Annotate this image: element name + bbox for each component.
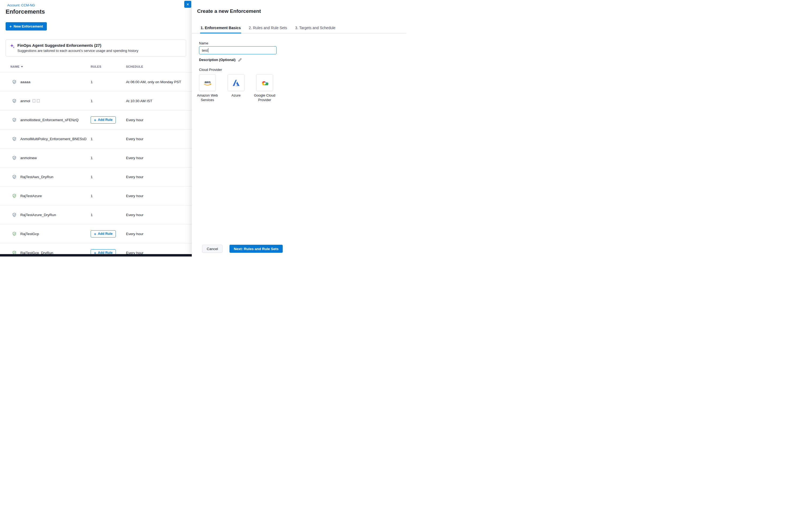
column-header-rules: Rules bbox=[91, 65, 126, 68]
enforcement-basics-form: Name test Description (Optional) Cloud P… bbox=[192, 41, 406, 102]
add-rule-button[interactable]: + Add Rule bbox=[91, 116, 116, 123]
shield-check-icon bbox=[12, 232, 20, 236]
shield-check-icon bbox=[12, 156, 20, 160]
cloud-provider-name: Amazon Web Services bbox=[194, 93, 221, 102]
enforcement-name: RajTestAws_DryRun bbox=[20, 175, 54, 179]
enforcement-name: anmolnew bbox=[20, 156, 37, 160]
table-row[interactable]: RajTestAzure_DryRun 1 Every hour bbox=[0, 205, 199, 224]
enforcements-page: Account: CCM-NG Enforcements + New Enfor… bbox=[0, 0, 203, 256]
table-row[interactable]: RajTestGcp + Add Rule Every hour bbox=[0, 224, 199, 244]
cloud-provider-label: Cloud Provider bbox=[199, 68, 406, 72]
svg-text:aws: aws bbox=[204, 80, 210, 84]
enforcement-name: aaaaa bbox=[20, 80, 30, 84]
name-input-value: test bbox=[202, 49, 208, 52]
schedule-text: At 10:30 AM IST bbox=[126, 99, 199, 103]
wizard-tab[interactable]: 3. Targets and Schedule bbox=[294, 21, 336, 33]
table-row[interactable]: anmollisttest_Enforcement_sFENzQ + Add R… bbox=[0, 111, 199, 130]
rules-count: 1 bbox=[91, 175, 93, 179]
edit-pencil-icon[interactable] bbox=[238, 58, 242, 62]
next-button[interactable]: Next: Rules and Rule Sets bbox=[230, 245, 283, 253]
schedule-text: Every hour bbox=[126, 118, 199, 122]
new-enforcement-button[interactable]: + New Enforcement bbox=[6, 22, 47, 30]
placeholder-glyph-icons bbox=[33, 99, 39, 103]
wizard-tab[interactable]: 2. Rules and Rule Sets bbox=[248, 21, 288, 33]
shield-check-icon bbox=[12, 80, 20, 84]
rules-count: 1 bbox=[91, 99, 93, 103]
table-body: aaaaa 1 At 06:00 AM, only on Monday PST bbox=[0, 73, 199, 256]
name-input[interactable]: test bbox=[199, 46, 277, 54]
rules-count: 1 bbox=[91, 194, 93, 198]
shield-check-icon bbox=[12, 212, 20, 217]
banner-subtitle: Suggestions are tailored to each account… bbox=[18, 49, 138, 53]
gcp-icon bbox=[260, 79, 269, 86]
shield-check-icon bbox=[12, 118, 20, 122]
text-caret bbox=[208, 48, 209, 52]
cloud-provider-card[interactable]: Google Cloud Provider bbox=[256, 74, 273, 102]
description-label: Description (Optional) bbox=[199, 58, 236, 62]
sort-caret-icon bbox=[21, 66, 23, 67]
cloud-provider-name: Google Cloud Provider bbox=[252, 93, 278, 102]
shield-check-icon bbox=[12, 194, 20, 198]
rules-count: 1 bbox=[91, 156, 93, 160]
schedule-text: At 06:00 AM, only on Monday PST bbox=[126, 80, 199, 84]
wizard-tabs: 1. Enforcement Basics 2. Rules and Rule … bbox=[192, 21, 406, 33]
create-enforcement-drawer: Create a new Enforcement 1. Enforcement … bbox=[192, 0, 406, 256]
finops-suggestions-banner: FinOps Agent Suggested Enforcements (27)… bbox=[6, 39, 186, 56]
table-header: Name Rules Schedule bbox=[0, 65, 199, 73]
add-rule-button[interactable]: + Add Rule bbox=[91, 230, 116, 237]
enforcements-table: Name Rules Schedule bbox=[0, 65, 199, 256]
enforcement-name: AnmolMultiPolicy_Enforcement_BNESsD bbox=[20, 137, 87, 141]
ai-sparkle-icon bbox=[10, 43, 15, 50]
plus-icon: + bbox=[94, 118, 96, 122]
table-row[interactable]: RajTestAws_DryRun 1 Every hour bbox=[0, 167, 199, 187]
enforcement-name: RajTestGcp bbox=[20, 232, 39, 236]
azure-icon bbox=[232, 80, 240, 86]
cancel-button[interactable]: Cancel bbox=[202, 245, 223, 253]
new-enforcement-label: New Enforcement bbox=[13, 24, 43, 28]
shield-check-icon bbox=[12, 137, 20, 141]
aws-icon: aws bbox=[203, 80, 212, 86]
shield-check-icon bbox=[12, 175, 20, 179]
rules-count: 1 bbox=[91, 80, 93, 84]
enforcement-name: RajTestAzure_DryRun bbox=[20, 213, 56, 217]
close-icon[interactable]: ✕ bbox=[184, 1, 191, 8]
drawer-title: Create a new Enforcement bbox=[197, 8, 406, 14]
breadcrumb-account[interactable]: Account: CCM-NG bbox=[7, 3, 35, 7]
enforcement-name: RajTestAzure bbox=[20, 194, 42, 198]
table-row[interactable]: anmol 1 At 10:30 AM IST bbox=[0, 91, 199, 111]
schedule-text: Every hour bbox=[126, 213, 199, 217]
table-row[interactable]: RajTestAzure 1 Every hour bbox=[0, 187, 199, 205]
name-label: Name bbox=[199, 41, 406, 45]
wizard-tab[interactable]: 1. Enforcement Basics bbox=[200, 21, 241, 33]
plus-icon: + bbox=[94, 232, 96, 236]
drawer-footer: Cancel Next: Rules and Rule Sets bbox=[192, 245, 283, 253]
table-row[interactable]: aaaaa 1 At 06:00 AM, only on Monday PST bbox=[0, 73, 199, 91]
table-row[interactable]: AnmolMultiPolicy_Enforcement_BNESsD 1 Ev… bbox=[0, 130, 199, 148]
schedule-text: Every hour bbox=[126, 137, 199, 141]
cloud-provider-card[interactable]: Azure bbox=[228, 74, 244, 102]
screen: Account: CCM-NG Enforcements + New Enfor… bbox=[0, 0, 406, 256]
shield-check-icon bbox=[12, 99, 20, 103]
cloud-provider-card[interactable]: aws Amazon Web Services bbox=[199, 74, 216, 102]
enforcement-name: anmol bbox=[20, 99, 30, 103]
page-title: Enforcements bbox=[6, 8, 45, 15]
enforcement-name: anmollisttest_Enforcement_sFENzQ bbox=[20, 118, 79, 122]
schedule-text: Every hour bbox=[126, 194, 199, 198]
schedule-text: Every hour bbox=[126, 175, 199, 179]
rules-count: 1 bbox=[91, 137, 93, 141]
column-header-schedule: Schedule bbox=[126, 65, 199, 68]
cloud-provider-name: Azure bbox=[223, 93, 250, 98]
column-header-name[interactable]: Name bbox=[10, 65, 91, 68]
table-row[interactable]: anmolnew 1 Every hour bbox=[0, 148, 199, 167]
cloud-provider-options: aws Amazon Web Services bbox=[199, 74, 406, 102]
banner-title: FinOps Agent Suggested Enforcements (27) bbox=[18, 43, 138, 48]
schedule-text: Every hour bbox=[126, 156, 199, 160]
bottom-strip bbox=[0, 254, 192, 256]
schedule-text: Every hour bbox=[126, 232, 199, 236]
rules-count: 1 bbox=[91, 213, 93, 217]
plus-icon: + bbox=[9, 24, 12, 28]
